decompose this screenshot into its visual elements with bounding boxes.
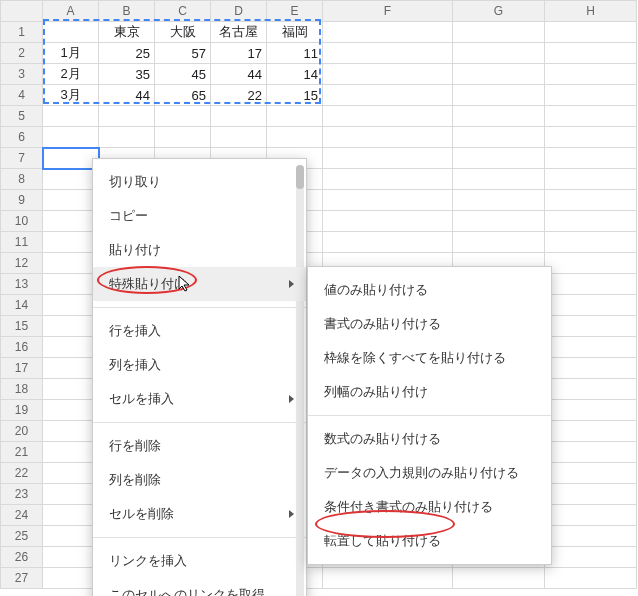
row-header[interactable]: 9 (1, 190, 43, 211)
cell[interactable] (323, 22, 453, 43)
row-header[interactable]: 12 (1, 253, 43, 274)
menu-item[interactable]: 枠線を除くすべてを貼り付ける (308, 341, 551, 375)
cell[interactable]: 3月 (43, 85, 99, 106)
cell[interactable] (99, 127, 155, 148)
cell[interactable] (43, 232, 99, 253)
cell[interactable] (545, 274, 637, 295)
cell[interactable] (453, 190, 545, 211)
cell[interactable] (211, 127, 267, 148)
row-header[interactable]: 4 (1, 85, 43, 106)
row-header[interactable]: 27 (1, 568, 43, 589)
cell[interactable] (43, 505, 99, 526)
cell[interactable] (545, 568, 637, 589)
cell[interactable] (545, 316, 637, 337)
cell[interactable]: 45 (155, 64, 211, 85)
cell[interactable] (545, 463, 637, 484)
cell[interactable] (155, 106, 211, 127)
cell[interactable] (545, 379, 637, 400)
cell[interactable] (43, 190, 99, 211)
cell[interactable] (43, 547, 99, 568)
cell[interactable] (43, 442, 99, 463)
cell[interactable] (545, 358, 637, 379)
col-header[interactable]: B (99, 1, 155, 22)
cell[interactable] (323, 127, 453, 148)
cell[interactable]: 名古屋 (211, 22, 267, 43)
row-header[interactable]: 25 (1, 526, 43, 547)
cell[interactable] (267, 127, 323, 148)
menu-item[interactable]: 行を挿入 (93, 314, 306, 348)
cell[interactable] (323, 43, 453, 64)
cell[interactable]: 15 (267, 85, 323, 106)
cell[interactable]: 2月 (43, 64, 99, 85)
corner-cell[interactable] (1, 1, 43, 22)
cell[interactable]: 17 (211, 43, 267, 64)
col-header[interactable]: G (453, 1, 545, 22)
cell[interactable] (545, 547, 637, 568)
cell[interactable] (323, 169, 453, 190)
cell[interactable] (43, 316, 99, 337)
cell[interactable] (545, 253, 637, 274)
row-header[interactable]: 20 (1, 421, 43, 442)
cell[interactable] (43, 127, 99, 148)
cell[interactable] (43, 358, 99, 379)
row-header[interactable]: 16 (1, 337, 43, 358)
row-header[interactable]: 7 (1, 148, 43, 169)
cell[interactable]: 11 (267, 43, 323, 64)
row-header[interactable]: 17 (1, 358, 43, 379)
cell[interactable] (43, 211, 99, 232)
cell[interactable] (453, 43, 545, 64)
cell[interactable] (453, 211, 545, 232)
col-header[interactable]: E (267, 1, 323, 22)
cell[interactable]: 35 (99, 64, 155, 85)
col-header[interactable]: D (211, 1, 267, 22)
cell[interactable] (323, 232, 453, 253)
cell[interactable] (99, 106, 155, 127)
cell[interactable] (453, 85, 545, 106)
menu-item[interactable]: セルを削除 (93, 497, 306, 531)
cell[interactable] (43, 421, 99, 442)
cell[interactable] (43, 526, 99, 547)
cell[interactable] (545, 127, 637, 148)
cell[interactable] (545, 505, 637, 526)
cell[interactable] (43, 169, 99, 190)
menu-item[interactable]: 行を削除 (93, 429, 306, 463)
menu-item[interactable]: セルを挿入 (93, 382, 306, 416)
cell[interactable] (323, 106, 453, 127)
cell[interactable] (545, 22, 637, 43)
cell[interactable] (43, 463, 99, 484)
cell[interactable] (323, 85, 453, 106)
active-cell[interactable] (43, 148, 99, 169)
cell[interactable] (323, 568, 453, 589)
menu-item[interactable]: 列幅のみ貼り付け (308, 375, 551, 409)
cell[interactable] (453, 169, 545, 190)
cell[interactable]: 65 (155, 85, 211, 106)
cell[interactable] (545, 295, 637, 316)
cell[interactable] (545, 43, 637, 64)
cell[interactable] (545, 484, 637, 505)
cell[interactable] (43, 106, 99, 127)
cell[interactable] (43, 337, 99, 358)
cell[interactable]: 57 (155, 43, 211, 64)
row-header[interactable]: 26 (1, 547, 43, 568)
row-header[interactable]: 19 (1, 400, 43, 421)
menu-item[interactable]: 書式のみ貼り付ける (308, 307, 551, 341)
menu-item[interactable]: リンクを挿入 (93, 544, 306, 578)
cell[interactable] (43, 295, 99, 316)
row-header[interactable]: 14 (1, 295, 43, 316)
cell[interactable]: 大阪 (155, 22, 211, 43)
cell[interactable] (545, 85, 637, 106)
menu-item[interactable]: 貼り付け (93, 233, 306, 267)
context-menu[interactable]: 切り取りコピー貼り付け特殊貼り付け行を挿入列を挿入セルを挿入行を削除列を削除セル… (92, 158, 307, 596)
cell[interactable] (545, 148, 637, 169)
col-header[interactable]: A (43, 1, 99, 22)
cell[interactable] (545, 169, 637, 190)
cell[interactable] (323, 148, 453, 169)
cell[interactable] (43, 379, 99, 400)
menu-item[interactable]: データの入力規則のみ貼り付ける (308, 456, 551, 490)
row-header[interactable]: 8 (1, 169, 43, 190)
cell[interactable]: 東京 (99, 22, 155, 43)
cell[interactable] (545, 232, 637, 253)
row-header[interactable]: 11 (1, 232, 43, 253)
menu-item[interactable]: 列を削除 (93, 463, 306, 497)
cell[interactable] (43, 484, 99, 505)
